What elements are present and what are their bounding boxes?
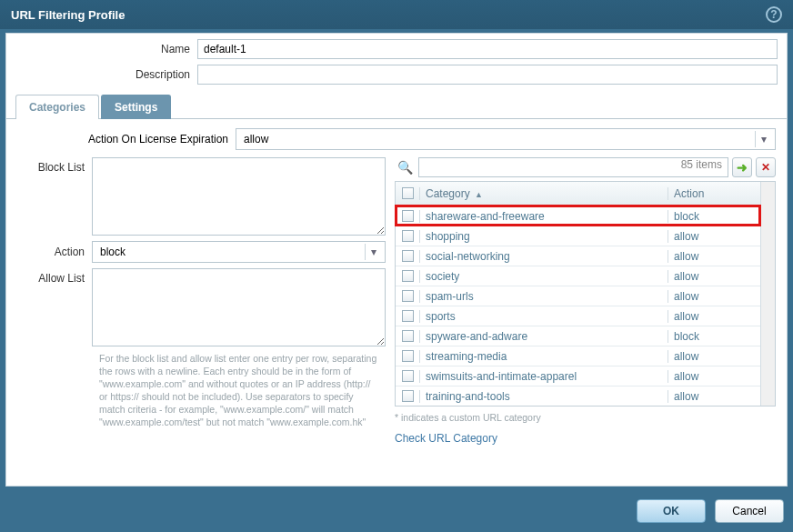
- title-bar: URL Filtering Profile ?: [0, 0, 793, 29]
- category-cell: training-and-tools: [419, 390, 668, 403]
- row-checkbox[interactable]: [402, 290, 414, 302]
- table-row[interactable]: shoppingallow: [396, 226, 760, 246]
- name-label: Name: [15, 43, 197, 55]
- dialog-footer: OK Cancel: [637, 499, 784, 523]
- tab-settings[interactable]: Settings: [101, 95, 171, 119]
- action-cell: allow: [668, 270, 760, 283]
- category-cell: shareware-and-freeware: [419, 210, 668, 223]
- select-all-checkbox[interactable]: [402, 187, 414, 199]
- license-expiration-label: Action On License Expiration: [17, 133, 236, 146]
- name-field[interactable]: [197, 39, 778, 59]
- right-column: 🔍 85 items ➜ ✕: [395, 157, 776, 445]
- tab-strip: Categories Settings: [6, 94, 787, 119]
- row-checkbox[interactable]: [402, 210, 414, 222]
- custom-category-footnote: * indicates a custom URL category: [395, 412, 776, 423]
- sort-asc-icon: ▲: [475, 190, 483, 199]
- action-cell: allow: [668, 310, 760, 323]
- chevron-down-icon: ▾: [755, 131, 771, 147]
- description-field[interactable]: [197, 65, 778, 85]
- block-list-label: Block List: [17, 157, 92, 236]
- cancel-button[interactable]: Cancel: [715, 499, 784, 523]
- license-expiration-value: allow: [244, 133, 268, 146]
- category-cell: shopping: [419, 230, 668, 243]
- row-checkbox[interactable]: [402, 370, 414, 382]
- dialog-title: URL Filtering Profile: [11, 8, 125, 22]
- check-url-category-link[interactable]: Check URL Category: [395, 432, 497, 445]
- items-count: 85 items: [681, 158, 722, 171]
- block-list-textarea[interactable]: [92, 157, 386, 236]
- row-checkbox[interactable]: [402, 390, 414, 402]
- allow-list-label: Allow List: [17, 268, 92, 346]
- action-label: Action: [17, 246, 92, 258]
- category-cell: social-networking: [419, 250, 668, 263]
- dialog-body: Name Description Categories Settings Act…: [5, 33, 788, 487]
- table-row[interactable]: shareware-and-freewareblock: [396, 206, 760, 226]
- scrollbar[interactable]: [760, 182, 775, 406]
- description-label: Description: [15, 68, 197, 81]
- help-icon[interactable]: ?: [766, 6, 782, 23]
- table-row[interactable]: spyware-and-adwareblock: [396, 326, 760, 346]
- action-cell: block: [668, 210, 760, 223]
- action-cell: allow: [668, 230, 760, 243]
- apply-filter-button[interactable]: ➜: [732, 157, 752, 177]
- table-row[interactable]: spam-urlsallow: [396, 286, 760, 306]
- table-row[interactable]: societyallow: [396, 266, 760, 286]
- table-row[interactable]: training-and-toolsallow: [396, 386, 760, 406]
- row-checkbox[interactable]: [402, 350, 414, 362]
- row-checkbox[interactable]: [402, 230, 414, 242]
- category-cell: sports: [419, 310, 668, 323]
- search-icon[interactable]: 🔍: [395, 157, 415, 177]
- action-select[interactable]: block ▾: [92, 241, 386, 263]
- table-row[interactable]: streaming-mediaallow: [396, 346, 760, 366]
- action-cell: allow: [668, 390, 760, 403]
- license-expiration-select[interactable]: allow ▾: [236, 128, 776, 150]
- grid-toolbar: 🔍 85 items ➜ ✕: [395, 157, 776, 177]
- settings-pane: Action On License Expiration allow ▾ Blo…: [6, 119, 787, 454]
- column-header-category[interactable]: Category ▲: [419, 187, 668, 200]
- category-cell: spyware-and-adware: [419, 330, 668, 343]
- grid-body: shareware-and-freewareblockshoppingallow…: [396, 206, 760, 406]
- table-row[interactable]: social-networkingallow: [396, 246, 760, 266]
- row-checkbox[interactable]: [402, 330, 414, 342]
- category-cell: swimsuits-and-intimate-apparel: [419, 370, 668, 383]
- chevron-down-icon: ▾: [365, 244, 381, 260]
- grid-header: Category ▲ Action: [396, 182, 760, 206]
- action-value: block: [100, 246, 125, 258]
- table-row[interactable]: sportsallow: [396, 306, 760, 326]
- action-cell: allow: [668, 370, 760, 383]
- row-checkbox[interactable]: [402, 270, 414, 282]
- action-cell: allow: [668, 350, 760, 363]
- action-cell: allow: [668, 290, 760, 303]
- tab-categories[interactable]: Categories: [15, 95, 99, 119]
- row-checkbox[interactable]: [402, 250, 414, 262]
- arrow-right-icon: ➜: [737, 160, 748, 175]
- category-cell: spam-urls: [419, 290, 668, 303]
- search-field[interactable]: 85 items: [418, 157, 728, 177]
- column-header-action[interactable]: Action: [668, 187, 760, 200]
- allow-list-textarea[interactable]: [92, 268, 386, 346]
- category-grid: Category ▲ Action shareware-and-freeware…: [395, 181, 776, 407]
- row-checkbox[interactable]: [402, 310, 414, 322]
- help-text: For the block list and allow list enter …: [99, 352, 381, 428]
- ok-button[interactable]: OK: [637, 499, 706, 523]
- close-icon: ✕: [761, 161, 770, 174]
- table-row[interactable]: swimsuits-and-intimate-apparelallow: [396, 366, 760, 386]
- column-header-category-label: Category: [426, 187, 470, 200]
- category-cell: streaming-media: [419, 350, 668, 363]
- category-cell: society: [419, 270, 668, 283]
- clear-filter-button[interactable]: ✕: [756, 157, 776, 177]
- left-column: Block List Action block ▾ Allow List: [17, 157, 386, 445]
- action-cell: allow: [668, 250, 760, 263]
- action-cell: block: [668, 330, 760, 343]
- dialog-window: URL Filtering Profile ? Name Description…: [0, 0, 793, 532]
